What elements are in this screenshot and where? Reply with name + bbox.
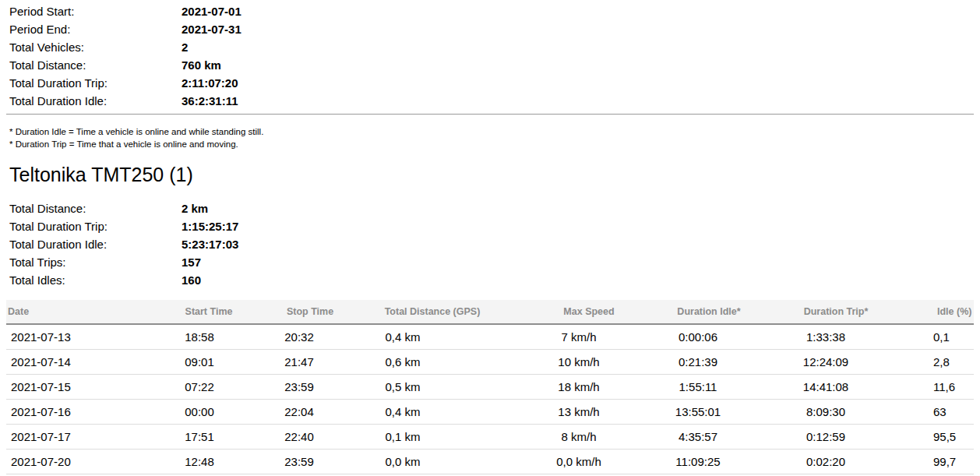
- cell-duration-trip: 0:12:59: [806, 425, 845, 449]
- cell-stop-time: 23:59: [284, 375, 314, 399]
- footnote-line: * Duration Trip = Time that a vehicle is…: [9, 138, 980, 150]
- cell-date: 2021-07-13: [11, 325, 71, 349]
- table-row: 2021-07-1717:5122:400,1 km8 km/h4:35:570…: [6, 425, 974, 450]
- cell-start-time: 12:48: [185, 450, 214, 474]
- summary-value: 5:23:17:03: [182, 235, 238, 253]
- cell-idle-pct: 0,1: [933, 325, 950, 349]
- table-row: 2021-07-1600:0022:040,4 km13 km/h13:55:0…: [6, 400, 974, 425]
- column-header-idle-pct: Idle (%): [937, 300, 971, 323]
- cell-duration-trip: 14:41:08: [803, 375, 848, 399]
- cell-duration-idle: 0:21:39: [679, 350, 717, 374]
- cell-stop-time: 23:59: [284, 450, 314, 474]
- summary-label: Period Start:: [9, 2, 182, 20]
- summary-label: Total Duration Trip:: [9, 74, 182, 92]
- trips-table: DateStart TimeStop TimeTotal Distance (G…: [6, 300, 974, 474]
- summary-value: 2 km: [182, 199, 208, 217]
- summary-row: Total Trips: 157: [9, 253, 980, 271]
- summary-label: Total Trips:: [9, 253, 182, 271]
- summary-label: Total Idles:: [9, 271, 182, 289]
- vehicle-summary: Total Distance: 2 km Total Duration Trip…: [0, 199, 980, 289]
- column-header-stop-time: Stop Time: [287, 300, 333, 323]
- cell-start-time: 00:00: [185, 400, 214, 424]
- table-row: 2021-07-1409:0121:470,6 km10 km/h0:21:39…: [6, 350, 974, 375]
- summary-label: Total Distance:: [9, 199, 182, 217]
- cell-max-speed: 18 km/h: [558, 375, 599, 399]
- summary-value: 2021-07-01: [182, 2, 241, 20]
- cell-max-speed: 13 km/h: [558, 400, 599, 424]
- cell-start-time: 07:22: [185, 375, 214, 399]
- cell-date: 2021-07-20: [11, 450, 71, 474]
- vehicle-section-title: Teltonika TMT250 (1): [9, 163, 980, 186]
- summary-label: Total Distance:: [9, 56, 182, 74]
- cell-start-time: 18:58: [185, 325, 214, 349]
- cell-idle-pct: 11,6: [933, 375, 955, 399]
- table-header-row: DateStart TimeStop TimeTotal Distance (G…: [6, 300, 974, 325]
- cell-max-speed: 7 km/h: [561, 325, 596, 349]
- summary-row: Total Duration Idle: 36:2:31:11: [9, 92, 980, 110]
- summary-value: 760 km: [182, 56, 221, 74]
- column-header-start-time: Start Time: [185, 300, 233, 323]
- footnote-line: * Duration Idle = Time a vehicle is onli…: [9, 125, 980, 138]
- summary-value: 2021-07-31: [182, 20, 241, 38]
- summary-row: Total Duration Trip: 1:15:25:17: [9, 217, 980, 235]
- summary-value: 1:15:25:17: [182, 217, 238, 235]
- summary-value: 160: [182, 271, 201, 289]
- cell-idle-pct: 63: [933, 400, 947, 424]
- summary-value: 157: [182, 253, 201, 271]
- report-summary: Period Start: 2021-07-01 Period End: 202…: [0, 0, 980, 110]
- cell-start-time: 09:01: [185, 350, 214, 374]
- cell-stop-time: 21:47: [284, 350, 314, 374]
- cell-total-distance: 0,0 km: [385, 450, 420, 474]
- cell-total-distance: 0,5 km: [385, 375, 420, 399]
- summary-value: 2: [182, 38, 188, 56]
- column-header-duration-trip: Duration Trip*: [804, 300, 869, 323]
- cell-duration-trip: 8:09:30: [806, 400, 845, 424]
- table-row: 2021-07-2012:4823:590,0 km0,0 km/h11:09:…: [6, 450, 974, 474]
- cell-date: 2021-07-16: [11, 400, 71, 424]
- summary-label: Total Duration Trip:: [9, 217, 182, 235]
- cell-max-speed: 10 km/h: [558, 350, 599, 374]
- cell-stop-time: 22:40: [284, 425, 314, 449]
- table-row: 2021-07-1507:2223:590,5 km18 km/h1:55:11…: [6, 375, 974, 400]
- summary-label: Total Vehicles:: [9, 38, 182, 56]
- cell-duration-idle: 4:35:57: [679, 425, 717, 449]
- summary-value: 36:2:31:11: [182, 92, 238, 110]
- cell-total-distance: 0,6 km: [385, 350, 420, 374]
- cell-idle-pct: 99,7: [933, 450, 956, 474]
- table-row: 2021-07-1318:5820:320,4 km7 km/h0:00:061…: [6, 325, 974, 350]
- summary-row: Total Duration Trip: 2:11:07:20: [9, 74, 980, 92]
- cell-total-distance: 0,4 km: [385, 400, 420, 424]
- summary-row: Total Distance: 2 km: [9, 199, 980, 217]
- cell-duration-trip: 12:24:09: [803, 350, 848, 374]
- column-header-duration-idle: Duration Idle*: [677, 300, 740, 323]
- column-header-date: Date: [8, 300, 29, 323]
- summary-row: Period Start: 2021-07-01: [9, 2, 980, 20]
- cell-duration-idle: 11:09:25: [675, 450, 720, 474]
- summary-row: Total Vehicles: 2: [9, 38, 980, 56]
- cell-total-distance: 0,4 km: [385, 325, 420, 349]
- cell-idle-pct: 2,8: [933, 350, 950, 374]
- summary-row: Period End: 2021-07-31: [9, 20, 980, 38]
- cell-duration-idle: 13:55:01: [675, 400, 721, 424]
- summary-label: Period End:: [9, 20, 182, 38]
- cell-idle-pct: 95,5: [933, 425, 956, 449]
- cell-max-speed: 8 km/h: [561, 425, 596, 449]
- column-header-max-speed: Max Speed: [563, 300, 614, 323]
- table-body: 2021-07-1318:5820:320,4 km7 km/h0:00:061…: [6, 325, 974, 474]
- column-header-total-distance: Total Distance (GPS): [385, 300, 481, 323]
- summary-label: Total Duration Idle:: [9, 92, 182, 110]
- summary-row: Total Distance: 760 km: [9, 56, 980, 74]
- summary-label: Total Duration Idle:: [9, 235, 182, 253]
- summary-row: Total Idles: 160: [9, 271, 980, 289]
- cell-start-time: 17:51: [185, 425, 214, 449]
- cell-duration-idle: 1:55:11: [679, 375, 717, 399]
- cell-duration-trip: 1:33:38: [806, 325, 845, 349]
- cell-date: 2021-07-14: [11, 350, 71, 374]
- cell-stop-time: 22:04: [284, 400, 314, 424]
- footnotes: * Duration Idle = Time a vehicle is onli…: [9, 125, 980, 150]
- cell-duration-idle: 0:00:06: [679, 325, 717, 349]
- cell-stop-time: 20:32: [284, 325, 314, 349]
- divider-rule: [6, 114, 974, 115]
- cell-total-distance: 0,1 km: [385, 425, 420, 449]
- cell-max-speed: 0,0 km/h: [556, 450, 601, 474]
